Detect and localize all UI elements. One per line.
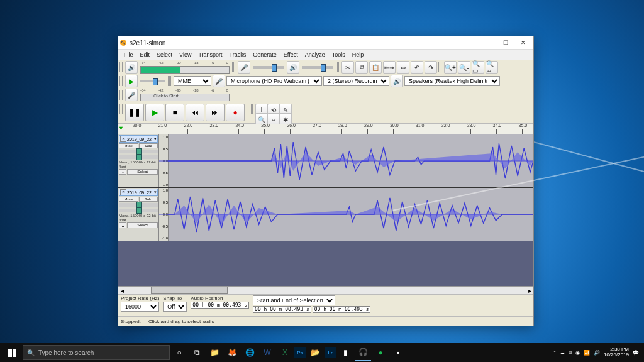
maximize-button[interactable]: ☐	[497, 37, 514, 48]
project-rate-select[interactable]: 16000	[121, 302, 159, 312]
gain-slider[interactable]	[119, 150, 158, 153]
menu-help[interactable]: Help	[349, 51, 367, 58]
track-name[interactable]: 2019_09_22	[127, 137, 152, 141]
skip-start-button[interactable]: ⏮	[186, 104, 204, 121]
grip-icon[interactable]	[119, 76, 123, 86]
host-select[interactable]: MME	[174, 76, 211, 86]
pause-button[interactable]: ❚❚	[125, 104, 144, 121]
taskbar-app-explorer[interactable]: 📁	[206, 344, 223, 361]
collapse-icon[interactable]: ▴	[119, 169, 126, 175]
zoom-sel-button[interactable]: 🔍▭	[472, 61, 484, 74]
grip-icon[interactable]	[119, 62, 123, 72]
timeline-ruler[interactable]: ▼ 20.0 21.0 22.0 23.0 24.0 25.0 26.0 27.…	[118, 124, 533, 134]
grip-icon[interactable]	[250, 104, 253, 114]
system-tray[interactable]: ˄ ☁ ⧈ ◉ 📶 🔊 2:38 PM 10/26/2019 💬	[553, 347, 641, 358]
menu-select[interactable]: Select	[153, 51, 175, 58]
tray-network-icon[interactable]: 📶	[584, 350, 590, 356]
selection-start[interactable]: 00 h 00 m 00.493 s	[253, 306, 311, 313]
play-cursor-icon[interactable]: ▼	[118, 125, 124, 131]
selection-end[interactable]: 00 h 00 m 00.493 s	[313, 306, 371, 313]
playback-vol-icon[interactable]: 🔊	[125, 61, 138, 74]
collapse-icon[interactable]: ▴	[119, 222, 126, 228]
tray-dropbox-icon[interactable]: ⧈	[569, 349, 572, 356]
menu-effect[interactable]: Effect	[280, 51, 301, 58]
play-small-button[interactable]: ▶	[125, 75, 138, 87]
copy-button[interactable]: ⧉	[355, 61, 368, 74]
output-device-select[interactable]: Speakers (Realtek High Definiti	[404, 76, 500, 86]
zoom-in-button[interactable]: 🔍+	[444, 61, 457, 74]
menu-analyze[interactable]: Analyze	[302, 51, 328, 58]
pan-slider[interactable]	[119, 209, 158, 212]
taskbar-app-spotify[interactable]: ●	[372, 344, 389, 361]
select-button[interactable]: Select	[127, 169, 158, 175]
record-vol-slider[interactable]	[253, 66, 284, 69]
taskbar-app-word[interactable]: W	[259, 344, 275, 361]
taskbar-app-explorer2[interactable]: 📂	[307, 344, 323, 361]
scroll-left-icon[interactable]: ◂	[118, 287, 126, 294]
track-menu-icon[interactable]: ▾	[154, 136, 157, 141]
play-button[interactable]: ▶	[145, 104, 164, 121]
skip-end-button[interactable]: ⏭	[206, 104, 225, 121]
grip-icon[interactable]	[168, 76, 171, 86]
input-device-select[interactable]: Microphone (HD Pro Webcam (	[226, 76, 322, 86]
waveform[interactable]: 1.00.50.0-0.5-1.0	[159, 188, 533, 241]
track-close-icon[interactable]: ×	[120, 136, 126, 142]
scroll-right-icon[interactable]: ▸	[526, 287, 533, 294]
track-name[interactable]: 2019_09_22	[127, 190, 152, 195]
menu-transport[interactable]: Transport	[195, 51, 225, 58]
titlebar[interactable]: s2e11-simon — ☐ ✕	[118, 36, 533, 50]
input-channels-select[interactable]: 2 (Stereo) Recordin	[323, 76, 389, 86]
stop-button[interactable]: ■	[165, 104, 184, 121]
track-close-icon[interactable]: ×	[120, 189, 126, 195]
track-header[interactable]: ×2019_09_22▾ MuteSolo Mono, 16000Hz 32-b…	[118, 134, 159, 187]
redo-button[interactable]: ↷	[425, 61, 437, 74]
record-button[interactable]: ●	[226, 104, 245, 121]
speed-slider[interactable]	[140, 80, 165, 82]
play-vol-icon[interactable]: 🔊	[287, 61, 299, 74]
taskbar-app-cmd[interactable]: ▪	[390, 344, 406, 361]
tray-cloud-icon[interactable]: ☁	[560, 350, 565, 356]
menu-edit[interactable]: Edit	[137, 51, 153, 58]
start-button[interactable]	[3, 343, 21, 362]
close-button[interactable]: ✕	[514, 37, 532, 48]
solo-button[interactable]: Solo	[139, 143, 158, 148]
audio-position[interactable]: 00 h 00 m 00.493 s	[191, 302, 249, 309]
tray-steam-icon[interactable]: ◉	[575, 350, 580, 356]
grip-icon[interactable]	[336, 62, 339, 72]
snap-select[interactable]: Off	[163, 302, 187, 312]
zoom-fit-button[interactable]: 🔍↔	[486, 61, 498, 74]
scroll-thumb[interactable]	[151, 287, 228, 294]
minimize-button[interactable]: —	[479, 37, 497, 48]
silence-button[interactable]: ⇔	[397, 61, 409, 74]
track-menu-icon[interactable]: ▾	[154, 190, 157, 195]
grip-icon[interactable]	[119, 104, 123, 114]
select-button[interactable]: Select	[127, 222, 158, 228]
grip-icon[interactable]	[232, 62, 235, 72]
menu-view[interactable]: View	[176, 51, 194, 58]
playback-meter[interactable]	[140, 66, 230, 74]
menu-tracks[interactable]: Tracks	[226, 51, 250, 58]
grip-icon[interactable]	[438, 62, 441, 72]
range-mode-select[interactable]: Start and End of Selection	[253, 295, 335, 305]
cortana-icon[interactable]: ○	[171, 344, 187, 361]
mute-button[interactable]: Mute	[119, 143, 138, 148]
play-vol-slider[interactable]	[302, 66, 333, 69]
trim-button[interactable]: ⇤⇥	[383, 61, 396, 74]
pan-slider[interactable]	[119, 155, 158, 159]
clock[interactable]: 2:38 PM 10/26/2019	[604, 347, 629, 358]
grip-icon[interactable]	[119, 90, 123, 100]
taskbar-app-photoshop[interactable]: Ps	[294, 347, 306, 358]
task-view-icon[interactable]: ⧉	[189, 344, 205, 361]
tray-volume-icon[interactable]: 🔊	[594, 350, 600, 356]
monitor-hint[interactable]: Click to Start Monitoring	[153, 94, 200, 98]
undo-button[interactable]: ↶	[411, 61, 423, 74]
notifications-icon[interactable]: 💬	[633, 350, 639, 356]
cut-button[interactable]: ✂	[341, 61, 354, 74]
taskbar-app-chrome[interactable]: 🌐	[242, 344, 258, 361]
horizontal-scrollbar[interactable]: ◂ ▸	[118, 286, 533, 294]
solo-button[interactable]: Solo	[139, 197, 158, 202]
tray-chevron-icon[interactable]: ˄	[553, 350, 556, 356]
taskbar-app-firefox[interactable]: 🦊	[224, 344, 240, 361]
track-header[interactable]: ×2019_09_22▾ MuteSolo Mono, 16000Hz 32-b…	[118, 188, 159, 241]
gain-slider[interactable]	[119, 203, 158, 207]
